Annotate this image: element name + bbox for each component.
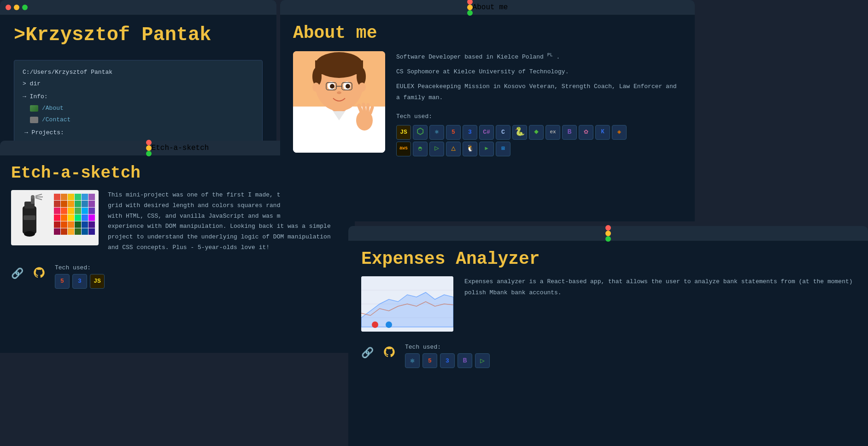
- tech-bootstrap-exp: B: [457, 353, 472, 368]
- terminal-box: C:/Users/Krzysztof Pantak > dir → Info: …: [14, 60, 263, 154]
- about-maximize-button[interactable]: [467, 10, 473, 16]
- contact-link[interactable]: /Contact: [42, 114, 70, 126]
- close-button[interactable]: [6, 5, 11, 10]
- tech-docker-icon: ⊞: [496, 142, 510, 156]
- color-cell: [75, 208, 81, 214]
- etch-project-title: Etch-a-sketch: [11, 164, 141, 183]
- terminal-path: C:/Users/Krzysztof Pantak: [23, 67, 254, 78]
- color-cell: [82, 228, 88, 235]
- maximize-button[interactable]: [22, 5, 28, 10]
- expenses-titlebar: [348, 226, 868, 241]
- color-cell: [61, 194, 67, 200]
- etch-maximize-button[interactable]: [146, 151, 152, 156]
- color-cell: [88, 194, 95, 200]
- etch-tech-label: Tech used:: [55, 264, 105, 271]
- color-cell: [68, 214, 74, 221]
- expenses-project-title: Expenses Analyzer: [361, 249, 855, 269]
- color-cell: [54, 194, 60, 200]
- svg-line-30: [364, 104, 364, 110]
- tech-js-icon: JS: [396, 125, 411, 140]
- color-cell: [82, 221, 88, 228]
- color-cell: [61, 201, 67, 207]
- tech-c-icon: C: [496, 125, 510, 140]
- about-close-button[interactable]: [467, 0, 473, 5]
- tech-css-icon: 3: [463, 125, 477, 140]
- svg-line-31: [368, 105, 368, 111]
- about-bio-text: Software Developer based in Kielce Polan…: [396, 51, 682, 156]
- color-cell: [75, 221, 81, 228]
- svg-line-32: [370, 107, 372, 113]
- expenses-window: Expenses Analyzer: [348, 226, 868, 446]
- tech-python-icon: 🐍: [512, 125, 527, 140]
- color-cell: [54, 201, 60, 207]
- tech-html5: 5: [55, 274, 70, 289]
- tech-html-icon: 5: [446, 125, 461, 140]
- tech-terminal-icon: ▶: [479, 142, 494, 156]
- expenses-maximize-button[interactable]: [605, 236, 611, 242]
- color-cell: [54, 221, 60, 228]
- color-cell: [61, 208, 67, 214]
- color-cell: [88, 228, 95, 235]
- about-link[interactable]: /About: [42, 103, 64, 114]
- expenses-tech-icons: ⚛ 5 3 B ▷: [405, 353, 490, 368]
- color-cell: [82, 214, 88, 221]
- bio-line1: Software Developer based in Kielce Polan…: [396, 51, 682, 63]
- svg-rect-15: [315, 60, 363, 74]
- about-tech-label: Tech used:: [396, 111, 682, 122]
- avatar-image: [293, 51, 385, 153]
- about-titlebar: About me: [280, 0, 695, 15]
- color-cell: [75, 214, 81, 221]
- tech-db-icon: ▷: [429, 142, 444, 156]
- tech-linux-icon: 🐧: [463, 142, 477, 156]
- svg-line-29: [359, 106, 361, 111]
- svg-point-20: [330, 84, 334, 89]
- expenses-minimize-button[interactable]: [605, 231, 611, 236]
- svg-point-8: [24, 231, 35, 237]
- contact-icon: [30, 117, 38, 123]
- main-terminal-window: >Krzysztof Pantak C:/Users/Krzysztof Pan…: [0, 0, 276, 148]
- etch-live-link-icon[interactable]: 🔗: [11, 268, 23, 280]
- etch-project-image: [11, 190, 99, 245]
- tech-css3: 3: [72, 274, 87, 289]
- svg-point-38: [386, 321, 392, 328]
- tech-javascript: JS: [90, 274, 105, 289]
- tech-sass-icon: ✿: [579, 125, 593, 140]
- about-section-title: About me: [293, 23, 682, 43]
- expenses-chart-svg: [361, 276, 453, 332]
- tech-express-icon: ex: [545, 125, 560, 140]
- tech-html-exp: 5: [422, 353, 437, 368]
- svg-point-21: [346, 84, 350, 89]
- minimize-button[interactable]: [14, 5, 19, 10]
- expenses-live-link-icon[interactable]: 🔗: [361, 347, 374, 359]
- tech-csharp-icon: C#: [479, 125, 494, 140]
- color-cell: [68, 208, 74, 214]
- expenses-window-controls: [605, 225, 611, 242]
- expenses-github-icon: [383, 345, 396, 358]
- svg-line-6: [35, 198, 42, 200]
- main-terminal-titlebar: [0, 0, 276, 15]
- about-menu-item[interactable]: /About: [30, 103, 254, 114]
- etch-minimize-button[interactable]: [146, 145, 152, 151]
- about-minimize-button[interactable]: [467, 5, 473, 10]
- tech-db-exp: ▷: [475, 353, 490, 368]
- expenses-close-button[interactable]: [605, 225, 611, 231]
- svg-point-26: [312, 83, 320, 92]
- color-cell: [88, 201, 95, 207]
- terminal-prompt: > dir: [23, 78, 254, 90]
- etch-window-controls: [146, 140, 152, 156]
- tech-aws2-icon: △: [446, 142, 461, 156]
- svg-line-4: [35, 194, 42, 196]
- expenses-github-link-icon[interactable]: [383, 345, 396, 361]
- etch-github-link-icon[interactable]: [33, 266, 46, 281]
- github-link-icon: [33, 266, 46, 279]
- expenses-description: Expenses analyzer is a React-based app, …: [464, 276, 855, 298]
- about-tech-section: Tech used: JS ⬡ ⚛ 5 3 C# C 🐍 ◆ ex B: [396, 111, 682, 156]
- etch-close-button[interactable]: [146, 140, 152, 145]
- color-cell: [82, 208, 88, 214]
- color-cell: [88, 214, 95, 221]
- developer-name-title: >Krzysztof Pantak: [14, 24, 263, 46]
- color-cell: [82, 194, 88, 200]
- projects-label: → Projects:: [24, 129, 64, 136]
- color-grid: [54, 194, 95, 235]
- contact-menu-item[interactable]: /Contact: [30, 114, 254, 126]
